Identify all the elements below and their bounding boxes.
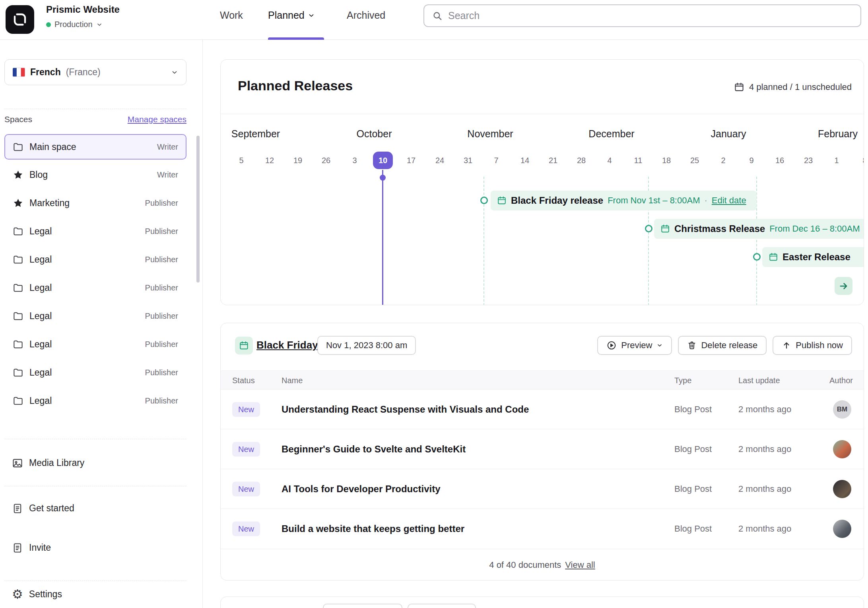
sidebar-space-marketing[interactable]: Marketing Publisher <box>4 189 186 217</box>
timeline-date[interactable]: 11 <box>628 152 648 169</box>
timeline-month: December <box>588 128 634 140</box>
column-name: Name <box>282 371 303 390</box>
timeline-date[interactable]: 23 <box>798 152 818 169</box>
table-row[interactable]: New Beginner's Guide to Svelte and Svelt… <box>221 429 864 469</box>
timeline-date[interactable]: 14 <box>515 152 535 169</box>
sidebar-space-legal[interactable]: Legal Publisher <box>4 246 186 274</box>
sidebar-space-legal[interactable]: Legal Publisher <box>4 387 186 415</box>
sidebar-item-media-library[interactable]: Media Library <box>4 449 186 477</box>
active-tab-underline <box>268 37 324 40</box>
document-icon <box>12 542 23 553</box>
status-badge: New <box>232 481 260 496</box>
france-flag-icon <box>13 68 25 77</box>
timeline-month: November <box>467 128 513 140</box>
table-row[interactable]: New Build a website that keeps getting b… <box>221 509 864 549</box>
document-name: AI Tools for Developer Productivity <box>282 483 441 495</box>
timeline-date[interactable]: 18 <box>656 152 676 169</box>
release-datetime-chip[interactable]: Nov 1, 2023 8:00 am <box>317 336 416 355</box>
sidebar-item-settings[interactable]: ⚙ Settings <box>4 580 186 608</box>
calendar-icon <box>497 196 507 205</box>
folder-icon <box>13 254 23 265</box>
status-badge: New <box>232 402 260 417</box>
calendar-icon <box>660 224 670 234</box>
play-circle-icon <box>606 340 617 351</box>
release-marker <box>753 253 761 261</box>
timeline-date[interactable]: 7 <box>486 152 506 169</box>
publish-now-button[interactable]: Publish now <box>773 336 852 355</box>
prismic-logo-icon[interactable] <box>6 5 34 34</box>
space-name: Legal <box>29 283 52 293</box>
manage-spaces-link[interactable]: Manage spaces <box>128 115 186 124</box>
timeline-date[interactable]: 16 <box>770 152 790 169</box>
partial-button[interactable] <box>408 604 476 608</box>
release-easter[interactable]: Easter Release <box>762 247 864 267</box>
sidebar-space-legal[interactable]: Legal Publisher <box>4 330 186 359</box>
language-region: (France) <box>66 67 101 78</box>
timeline-date[interactable]: 31 <box>458 152 478 169</box>
tab-work[interactable]: Work <box>220 10 243 21</box>
view-all-link[interactable]: View all <box>565 560 595 570</box>
timeline-date[interactable]: 19 <box>288 152 308 169</box>
sidebar-space-legal[interactable]: Legal Publisher <box>4 359 186 387</box>
timeline-date[interactable]: 1 <box>827 152 847 169</box>
tab-planned[interactable]: Planned <box>268 10 315 21</box>
timeline-date[interactable]: 9 <box>742 152 761 169</box>
sidebar-space-blog[interactable]: Blog Writer <box>4 161 186 189</box>
release-title-link[interactable]: Black Friday <box>256 339 318 351</box>
timeline-date[interactable]: 28 <box>571 152 591 169</box>
timeline-date[interactable]: 8 <box>855 152 864 169</box>
timeline-date[interactable]: 5 <box>231 152 251 169</box>
table-row[interactable]: New Understanding React Suspense with Vi… <box>221 390 864 429</box>
search-input[interactable] <box>448 10 852 21</box>
sidebar-space-legal[interactable]: Legal Publisher <box>4 217 186 246</box>
timeline-date[interactable]: 12 <box>260 152 280 169</box>
partial-button[interactable] <box>323 604 402 608</box>
release-christmass[interactable]: Christmass Release From Dec 16 – 8:00AM <box>654 219 864 239</box>
sidebar: French (France) Spaces Manage spaces Mai… <box>0 40 203 608</box>
environment-label: Production <box>54 20 93 29</box>
sidebar-item-get-started[interactable]: Get started <box>4 494 186 522</box>
table-header: Status Name Type Last update Author <box>221 370 864 390</box>
release-marker <box>645 225 652 232</box>
timeline-date[interactable]: 24 <box>430 152 450 169</box>
timeline-date[interactable]: 3 <box>345 152 365 169</box>
timeline-next-button[interactable] <box>835 277 852 295</box>
calendar-icon <box>769 252 778 262</box>
space-role: Publisher <box>145 283 178 292</box>
delete-release-button[interactable]: Delete release <box>678 336 767 355</box>
timeline-date[interactable]: 26 <box>316 152 336 169</box>
sidebar-space-legal[interactable]: Legal Publisher <box>4 274 186 302</box>
sidebar-item-invite[interactable]: Invite <box>4 534 186 562</box>
release-black-friday[interactable]: Black Friday release From Nov 1st – 8:00… <box>491 191 757 210</box>
space-role: Publisher <box>145 396 178 405</box>
document-type: Blog Post <box>674 444 712 454</box>
space-name: Legal <box>29 396 52 406</box>
language-selector[interactable]: French (France) <box>4 59 186 85</box>
timeline-date-selected[interactable]: 10 <box>373 152 393 169</box>
app-root: Prismic Website Production Work Planned … <box>0 0 868 608</box>
table-row[interactable]: New AI Tools for Developer Productivity … <box>221 469 864 509</box>
timeline-date[interactable]: 4 <box>600 152 619 169</box>
tab-archived[interactable]: Archived <box>347 10 385 21</box>
timeline-date[interactable]: 17 <box>401 152 421 169</box>
star-icon <box>13 170 23 180</box>
space-name: Main space <box>29 142 76 152</box>
preview-button[interactable]: Preview <box>597 336 672 355</box>
environment-switcher[interactable]: Production <box>46 20 103 29</box>
space-name: Legal <box>29 311 52 322</box>
space-name: Legal <box>29 367 52 378</box>
spaces-header: Spaces Manage spaces <box>4 115 186 124</box>
sidebar-scrollbar[interactable] <box>196 136 200 283</box>
sidebar-space-main-space[interactable]: Main space Writer <box>4 134 186 160</box>
timeline-date[interactable]: 21 <box>543 152 563 169</box>
search-bar[interactable] <box>423 4 861 27</box>
timeline-date[interactable]: 25 <box>685 152 705 169</box>
production-status-dot <box>46 22 51 27</box>
edit-date-link[interactable]: Edit date <box>712 195 746 206</box>
page-title: Planned Releases <box>238 78 353 94</box>
space-name: Legal <box>29 339 52 350</box>
sidebar-space-legal[interactable]: Legal Publisher <box>4 302 186 330</box>
timeline-date[interactable]: 2 <box>713 152 733 169</box>
timeline-month: February <box>818 128 858 140</box>
get-started-label: Get started <box>29 503 74 514</box>
